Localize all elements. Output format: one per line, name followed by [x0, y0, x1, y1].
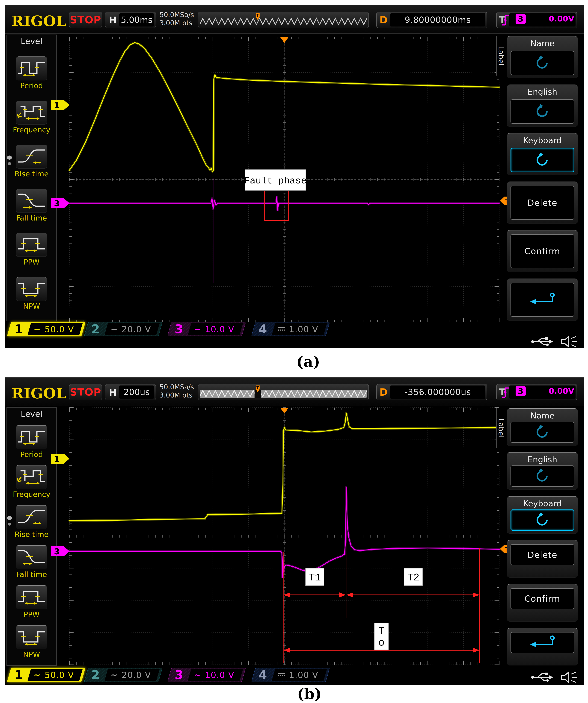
oscilloscope-screen-b: RIGOL STOP H 200us 50.0MSa/s 3.00M pts T… [5, 377, 584, 685]
rising-edge-icon [501, 13, 510, 28]
menu-scroll-indicator [7, 156, 12, 165]
label-menu-tab[interactable]: Label [496, 36, 506, 76]
rise-time-icon [16, 147, 47, 166]
soft-key-english[interactable]: English [507, 452, 578, 490]
channel-3-offset-marker[interactable] [51, 546, 69, 556]
timebase-value: 5.00ms [119, 13, 154, 26]
soft-key-enter[interactable] [507, 279, 578, 321]
recall-icon [533, 55, 552, 71]
soft-key-english[interactable]: English [507, 85, 578, 127]
recall-icon [533, 512, 552, 528]
trigger-source-badge: 3 [516, 14, 526, 24]
soft-key-menu: Name English Keyboard Delete Confirm [507, 36, 578, 321]
figure-caption-b: (b) [297, 685, 321, 703]
soft-key-menu: Name English Keyboard Delete Confirm [507, 408, 578, 666]
run-state-badge[interactable]: STOP [69, 12, 102, 28]
menu-item-npw[interactable]: NPW [16, 277, 47, 310]
recall-icon [533, 103, 552, 120]
waveform-display: T1T2To13T [69, 408, 499, 665]
delay-value: 9.80000000ms [390, 13, 485, 26]
svg-text:T: T [256, 386, 259, 390]
memory-depth: 3.00M pts [159, 19, 194, 27]
delay-box[interactable]: D 9.80000000ms [376, 12, 487, 28]
channel-1-status[interactable]: 1 ~50.0 V [9, 322, 83, 336]
header-bar: RIGOL STOP H 200us 50.0MSa/s 3.00M pts T… [5, 378, 584, 406]
soft-key-keyboard[interactable]: Keyboard [507, 496, 578, 534]
enter-icon [527, 292, 558, 308]
menu-item-fall-time[interactable]: Fall time [16, 189, 47, 222]
measure-menu: Period Frequency Rise time Fall time PPW… [7, 418, 56, 665]
svg-text:3: 3 [54, 199, 60, 208]
waveform-position-bar[interactable]: T [198, 384, 369, 400]
waveform-display: Fault phase13T [69, 37, 499, 322]
recall-icon [533, 468, 552, 484]
menu-item-npw[interactable]: NPW [16, 625, 47, 659]
channel-2-status[interactable]: 2 ~20.0 V [86, 668, 160, 682]
trigger-position-marker[interactable] [280, 408, 289, 413]
fall-time-icon [16, 191, 47, 211]
channel-4-status[interactable]: 4 1.00 V [253, 322, 328, 336]
system-status-icons [531, 671, 579, 685]
channel-1-offset-marker[interactable] [51, 454, 69, 464]
trigger-box[interactable]: T 3 0.00V [496, 12, 577, 28]
soft-key-delete[interactable]: Delete [507, 540, 578, 577]
soft-key-name[interactable]: Name [507, 408, 578, 446]
dc-coupling-icon [278, 327, 285, 331]
acquisition-info: 50.0MSa/s 3.00M pts [159, 383, 194, 399]
ppw-icon [16, 235, 47, 254]
channel-3-status[interactable]: 3 ~10.0 V [169, 668, 244, 682]
svg-text:T: T [378, 625, 384, 637]
delay-label: D [379, 14, 387, 26]
timebase-box[interactable]: H 5.00ms [105, 12, 156, 28]
delay-label: D [379, 386, 387, 398]
period-icon [16, 59, 47, 78]
sample-rate: 50.0MSa/s [159, 11, 194, 19]
soft-key-name[interactable]: Name [507, 36, 578, 78]
figure-caption-a: (a) [296, 353, 320, 370]
channel-status-bar: 1 ~50.0 V 2 ~20.0 V 3 ~10.0 V 4 1.00 V [5, 322, 584, 336]
waveform-position-bar[interactable]: T [198, 12, 369, 28]
trigger-box[interactable]: T 3 0.00V [496, 384, 577, 400]
trigger-level-value: 0.00V [549, 386, 574, 396]
ppw-icon [16, 588, 47, 607]
svg-text:1: 1 [54, 454, 60, 464]
soft-key-keyboard[interactable]: Keyboard [507, 133, 578, 175]
trigger-position-marker[interactable] [280, 37, 289, 43]
trigger-source-badge: 3 [516, 386, 526, 396]
channel-2-status[interactable]: 2 ~20.0 V [86, 322, 160, 336]
channel-4-status[interactable]: 4 1.00 V [253, 668, 328, 682]
timebase-box[interactable]: H 200us [105, 384, 156, 400]
menu-item-period[interactable]: Period [16, 425, 47, 459]
svg-text:1: 1 [54, 101, 60, 110]
menu-item-ppw[interactable]: PPW [16, 585, 47, 619]
menu-item-rise-time[interactable]: Rise time [14, 505, 49, 539]
run-state-badge[interactable]: STOP [69, 384, 102, 400]
soft-key-enter[interactable] [507, 628, 578, 666]
svg-text:T1: T1 [309, 572, 321, 583]
menu-item-fall-time[interactable]: Fall time [16, 545, 47, 579]
channel-1-offset-marker[interactable] [51, 100, 69, 110]
menu-item-ppw[interactable]: PPW [16, 233, 47, 266]
timebase-label: H [109, 387, 117, 398]
rising-edge-icon [501, 386, 510, 400]
channel-3-offset-marker[interactable] [51, 198, 69, 208]
trigger-level-value: 0.00V [549, 14, 574, 23]
svg-text:o: o [378, 637, 384, 648]
soft-key-delete[interactable]: Delete [507, 181, 578, 224]
rigol-logo: RIGOL [11, 385, 66, 402]
acquisition-info: 50.0MSa/s 3.00M pts [159, 11, 194, 27]
delay-box[interactable]: D -356.000000us [376, 384, 487, 400]
memory-depth: 3.00M pts [159, 391, 194, 399]
channel-3-status[interactable]: 3 ~10.0 V [169, 322, 244, 336]
menu-item-rise-time[interactable]: Rise time [14, 145, 49, 178]
soft-key-confirm[interactable]: Confirm [507, 230, 578, 272]
soft-key-confirm[interactable]: Confirm [507, 584, 578, 622]
label-menu-tab[interactable]: Label [496, 408, 506, 448]
channel-1-status[interactable]: 1 ~50.0 V [9, 668, 83, 682]
menu-item-period[interactable]: Period [16, 57, 47, 90]
menu-item-frequency[interactable]: Frequency [13, 101, 50, 134]
timebase-label: H [109, 15, 117, 25]
recall-icon [533, 152, 552, 168]
menu-item-frequency[interactable]: Frequency [13, 465, 50, 498]
enter-icon [527, 634, 558, 651]
